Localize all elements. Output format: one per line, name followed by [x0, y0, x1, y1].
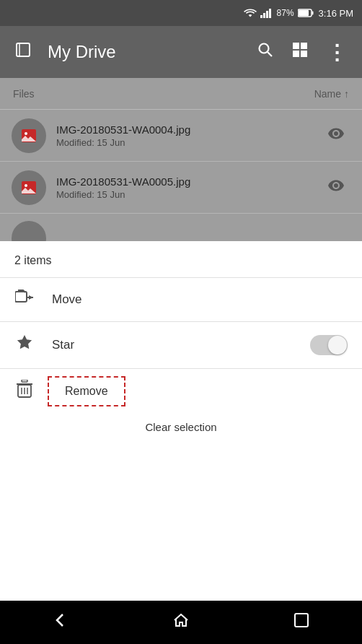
more-options-button[interactable]: ⋮	[321, 35, 352, 70]
signal-icon	[260, 8, 273, 18]
move-label: Move	[52, 292, 348, 307]
svg-point-18	[25, 184, 27, 187]
svg-line-10	[268, 52, 272, 56]
file-item-partial	[0, 214, 362, 241]
time-display: 3:16 PM	[319, 8, 353, 19]
svg-rect-13	[293, 51, 299, 57]
file-modified: Modified: 15 Jun	[56, 137, 322, 148]
grid-view-button[interactable]	[286, 36, 314, 68]
svg-rect-0	[260, 15, 262, 18]
remove-button[interactable]: Remove	[48, 376, 125, 406]
svg-rect-11	[293, 43, 299, 49]
file-info: IMG-20180531-WA0005.jpg Modified: 15 Jun	[56, 175, 322, 200]
battery-percent: 87%	[277, 8, 294, 18]
svg-rect-2	[266, 11, 268, 18]
move-action[interactable]: Move	[0, 278, 362, 321]
image-file-icon	[20, 179, 37, 196]
sort-label: Name	[314, 88, 341, 100]
file-info: IMG-20180531-WA0004.jpg Modified: 15 Jun	[56, 123, 322, 148]
star-icon	[14, 334, 35, 357]
svg-rect-22	[22, 380, 27, 382]
file-list: IMG-20180531-WA0004.jpg Modified: 15 Jun…	[0, 110, 362, 241]
remove-action[interactable]: Remove	[0, 369, 362, 414]
wifi-icon	[244, 8, 257, 18]
move-icon	[14, 290, 35, 310]
star-label: Star	[52, 338, 293, 352]
svg-rect-7	[17, 43, 30, 56]
menu-icon[interactable]	[10, 37, 36, 67]
status-icons: 87% 3:16 PM	[244, 8, 353, 19]
svg-rect-12	[301, 43, 307, 49]
image-file-icon	[20, 127, 37, 144]
svg-rect-14	[301, 51, 307, 57]
file-thumbnail-partial	[12, 221, 46, 241]
svg-rect-5	[299, 10, 309, 16]
items-count: 2 items	[0, 241, 362, 277]
svg-point-9	[260, 44, 269, 53]
svg-rect-3	[269, 9, 271, 18]
navigation-bar	[0, 601, 362, 644]
svg-rect-6	[312, 12, 313, 15]
file-item[interactable]: IMG-20180531-WA0005.jpg Modified: 15 Jun	[0, 162, 362, 214]
home-button[interactable]	[172, 612, 190, 633]
file-list-header: Files Name ↑	[0, 78, 362, 110]
recents-button[interactable]	[293, 612, 310, 633]
file-name: IMG-20180531-WA0005.jpg	[56, 175, 322, 188]
file-item[interactable]: IMG-20180531-WA0004.jpg Modified: 15 Jun	[0, 110, 362, 162]
file-preview-icon[interactable]	[322, 171, 350, 204]
file-preview-icon[interactable]	[322, 119, 350, 152]
svg-rect-27	[295, 614, 308, 627]
svg-rect-1	[263, 13, 265, 18]
clear-selection-button[interactable]: Clear selection	[0, 414, 362, 443]
svg-point-16	[25, 132, 27, 135]
star-action[interactable]: Star	[0, 322, 362, 368]
battery-icon	[298, 9, 314, 17]
files-label: Files	[13, 88, 35, 100]
star-toggle[interactable]	[310, 335, 348, 355]
trash-icon	[14, 380, 35, 403]
toggle-knob	[328, 336, 347, 354]
action-panel: 2 items Move Star	[0, 241, 362, 443]
sort-arrow-icon: ↑	[344, 88, 349, 100]
search-button[interactable]	[252, 36, 279, 68]
svg-rect-19	[15, 292, 27, 302]
file-name: IMG-20180531-WA0004.jpg	[56, 123, 322, 136]
page-title: My Drive	[43, 42, 244, 62]
status-bar: 87% 3:16 PM	[0, 0, 362, 26]
file-thumbnail	[12, 118, 46, 153]
toolbar: My Drive ⋮	[0, 26, 362, 78]
sort-control[interactable]: Name ↑	[314, 88, 349, 100]
back-button[interactable]	[52, 612, 69, 633]
file-modified: Modified: 15 Jun	[56, 189, 322, 200]
file-thumbnail	[12, 170, 46, 205]
